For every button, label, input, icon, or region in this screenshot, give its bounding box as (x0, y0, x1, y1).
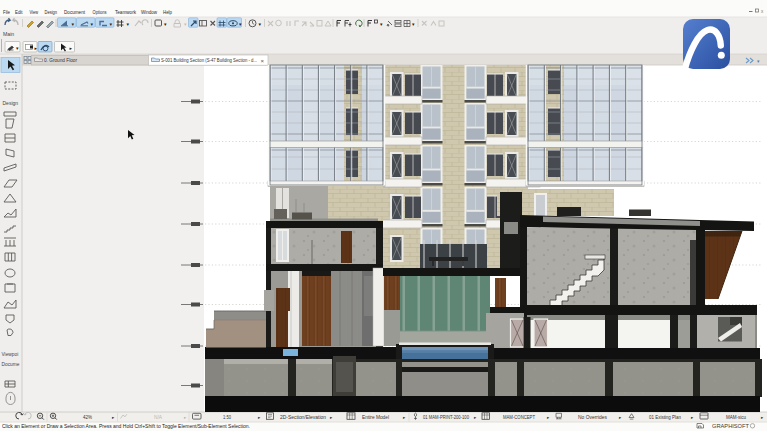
svg-text:S-001 Building Section (S-47 B: S-001 Building Section (S-47 Building Se… (161, 58, 257, 63)
svg-text:Entire Model: Entire Model (362, 414, 389, 420)
svg-text:File: File (3, 9, 10, 15)
svg-text:Options: Options (93, 9, 107, 15)
svg-text:Help: Help (163, 9, 172, 15)
svg-text:Main: Main (3, 31, 14, 37)
svg-text:Edit: Edit (15, 9, 23, 15)
svg-text:Teamwork: Teamwork (115, 9, 137, 15)
svg-text:GRAPHISOFT: GRAPHISOFT (712, 423, 749, 429)
svg-text:Design: Design (45, 9, 58, 15)
svg-text:42%: 42% (83, 414, 92, 420)
svg-text:Document: Document (64, 9, 85, 15)
svg-text:Viewpoi: Viewpoi (2, 352, 19, 357)
svg-text:Design: Design (3, 100, 19, 106)
svg-text:No Overrides: No Overrides (578, 414, 607, 420)
svg-text:MAM-CONCEPT: MAM-CONCEPT (503, 414, 535, 420)
svg-text:MAM-sicu: MAM-sicu (726, 414, 746, 420)
svg-text:Docume: Docume (2, 362, 20, 367)
svg-text:1:50: 1:50 (223, 414, 231, 420)
svg-text:01 Existing Plan: 01 Existing Plan (649, 414, 681, 420)
svg-text:Window: Window (141, 9, 157, 15)
svg-text:Click an Element or Draw a Sel: Click an Element or Draw a Selection Are… (2, 424, 250, 429)
svg-text:2D-Section/Elevation: 2D-Section/Elevation (280, 414, 326, 420)
svg-text:01 MAM-PRINT-200-100: 01 MAM-PRINT-200-100 (423, 414, 469, 420)
svg-text:×: × (261, 58, 265, 64)
svg-text:View: View (30, 9, 39, 15)
svg-text:0. Ground Floor: 0. Ground Floor (44, 57, 77, 63)
svg-text:N/A: N/A (154, 414, 163, 420)
